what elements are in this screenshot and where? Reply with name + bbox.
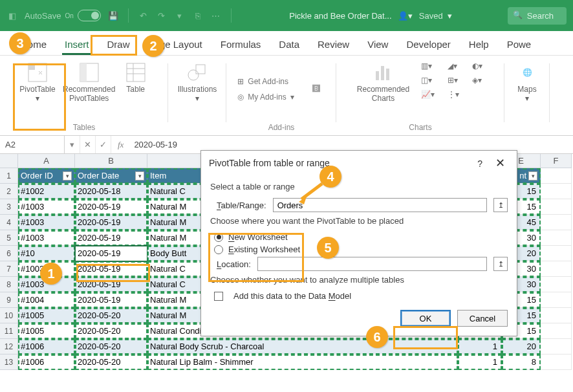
cell[interactable]: #10 [18,246,75,261]
cell[interactable]: 2020-05-19 [75,277,147,292]
select-all-corner[interactable] [0,154,18,168]
close-icon[interactable]: ✕ [492,157,509,169]
ok-button[interactable]: OK [400,310,451,327]
tab-formulas[interactable]: Formulas [211,34,270,55]
cell[interactable] [541,246,572,261]
cell[interactable]: 2020-05-19 [75,292,147,308]
tab-powerpivot[interactable]: Powe [498,34,541,55]
cell[interactable]: 2020-05-19 [75,230,147,246]
cell[interactable]: Natural Lip Balm - Shimmer [147,354,458,370]
cell[interactable]: 1 [458,339,502,354]
chart-surface-icon[interactable]: ◈▾ [467,74,488,87]
row-header[interactable]: 8 [0,277,18,292]
bing-icon-button[interactable]: 🅱 [302,76,330,103]
toggle-switch-icon[interactable] [78,10,101,21]
row-header[interactable]: 11 [0,323,18,339]
cell[interactable]: 2020-05-19 [75,246,147,261]
new-worksheet-radio[interactable]: New Worksheet [214,232,508,242]
cell[interactable]: 2020-05-20 [75,354,147,370]
enter-formula-icon[interactable]: ✓ [96,136,111,153]
filter-icon[interactable]: ▾ [63,171,72,180]
qat-overflow-icon[interactable]: ⋯ [210,10,222,21]
tab-help[interactable]: Help [460,34,498,55]
cell[interactable] [541,339,572,354]
name-box[interactable]: A2 [0,136,65,153]
tab-review[interactable]: Review [308,34,358,55]
filter-icon[interactable]: ▾ [135,171,144,180]
help-button[interactable]: ? [471,158,489,169]
collapse-dialog-icon[interactable]: ↥ [493,257,508,271]
touch-mode-icon[interactable]: ⎘ [192,10,204,21]
cell[interactable]: 2020-05-19 [75,199,147,215]
recommended-charts-button[interactable]: RecommendedCharts [354,60,413,105]
table-header[interactable]: Order ID▾ [18,168,75,184]
row-header[interactable]: 4 [0,215,18,230]
illustrations-button[interactable]: Illustrations ▾ [175,60,220,105]
data-model-checkbox[interactable]: Add this data to the Data Model [214,291,508,301]
chart-area-icon[interactable]: ◢▾ [442,60,464,72]
cell[interactable] [541,215,572,230]
cell[interactable]: 2020-05-20 [75,308,147,323]
cell[interactable]: 2020-05-20 [75,323,147,339]
cell[interactable]: 1 [458,354,502,370]
cell[interactable]: #1003 [18,230,75,246]
collapse-dialog-icon[interactable]: ↥ [493,198,508,212]
col-header-F[interactable]: F [541,154,572,168]
col-header-A[interactable]: A [18,154,75,168]
maps-button[interactable]: 🌐 Maps ▾ [512,60,543,105]
cell[interactable] [541,354,572,370]
row-header[interactable]: 10 [0,308,18,323]
namebox-dropdown-icon[interactable]: ▾ [65,136,80,153]
recommended-pivottables-button[interactable]: RecommendedPivotTables [61,60,118,105]
save-icon[interactable]: 💾 [107,10,119,21]
cell[interactable]: #1006 [18,339,75,354]
row-header[interactable]: 6 [0,246,18,261]
cell[interactable]: 8 [502,354,541,370]
get-addins-button[interactable]: ⊞Get Add-ins [232,75,299,88]
col-header-B[interactable]: B [75,154,147,168]
cell[interactable]: 20 [502,339,541,354]
my-addins-button[interactable]: ◎My Add-ins ▾ [232,91,299,103]
chart-scatter-icon[interactable]: ⋮▾ [442,88,464,101]
cell[interactable] [541,184,572,199]
chart-column-icon[interactable]: ▥▾ [416,60,440,72]
tab-insert[interactable]: Insert [56,34,98,55]
existing-worksheet-radio[interactable]: Existing Worksheet [214,245,508,254]
cell[interactable]: 2020-05-19 [75,261,147,277]
autosave-toggle[interactable]: AutoSave On [25,10,101,21]
row-header[interactable]: 9 [0,292,18,308]
cell[interactable]: 2020-05-19 [75,215,147,230]
filter-icon[interactable]: ▾ [528,171,537,180]
row-header[interactable]: 5 [0,230,18,246]
row-header[interactable]: 7 [0,261,18,277]
table-button[interactable]: Table [120,60,151,96]
cell[interactable] [541,261,572,277]
table-header[interactable]: Order Date▾ [75,168,147,184]
chart-line-icon[interactable]: 📈▾ [416,88,440,101]
cell[interactable]: #1005 [18,323,75,339]
tab-developer[interactable]: Developer [397,34,459,55]
fx-icon[interactable]: fx [111,140,130,150]
cell[interactable] [541,308,572,323]
cell[interactable]: #1003 [18,199,75,215]
tab-draw[interactable]: Draw [98,34,139,55]
qat-more-icon[interactable]: ▾ [174,10,186,21]
cell[interactable]: 2020-05-18 [75,184,147,199]
cell[interactable]: 2020-05-20 [75,339,147,354]
row-header[interactable]: 13 [0,354,18,370]
location-input[interactable] [257,257,487,271]
chart-combo-icon[interactable]: ◐▾ [467,60,488,72]
tab-data[interactable]: Data [270,34,308,55]
cell[interactable] [541,277,572,292]
cell[interactable]: #1005 [18,308,75,323]
formula-input[interactable]: 2020-05-19 [130,140,573,149]
cell[interactable] [541,292,572,308]
search-box[interactable]: Search [508,7,567,25]
cell[interactable] [541,323,572,339]
chart-hierarchy-icon[interactable]: ◫▾ [416,74,440,87]
redo-icon[interactable]: ↷ [156,10,168,21]
cell[interactable] [541,199,572,215]
row-header[interactable]: 12 [0,339,18,354]
cell[interactable] [541,168,572,184]
cancel-formula-icon[interactable]: ✕ [80,136,96,153]
